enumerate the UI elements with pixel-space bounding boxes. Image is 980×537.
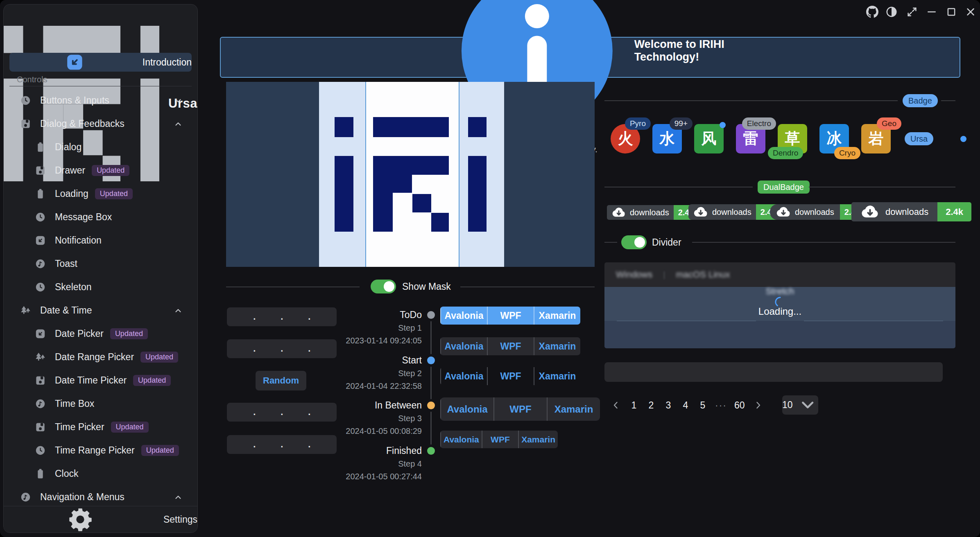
button-group-large: AvaloniaWPFXamarin [440, 397, 600, 421]
page-number-button[interactable]: 60 [733, 397, 747, 413]
group-button[interactable]: WPF [482, 431, 518, 448]
ip-dot: . [281, 407, 283, 417]
dual-badge: downloads 2.4k [607, 205, 699, 220]
timeline-step-time: 2024-01-04 22:32:58 [287, 380, 422, 392]
sidebar-item[interactable]: Drawer Updated [9, 159, 192, 182]
timeline-step: In Between Step 3 2024-01-05 00:08:29 [287, 399, 422, 437]
github-button[interactable] [864, 3, 881, 20]
group-button[interactable]: Avalonia [440, 431, 482, 448]
group-button[interactable]: Xamarin [547, 397, 600, 421]
sidebar-item[interactable]: Loading Updated [9, 182, 192, 205]
badge-tile: 雷 Electro [736, 124, 765, 153]
toggle-knob [634, 237, 645, 248]
logo-pixel [393, 175, 412, 193]
divider-line [809, 187, 955, 187]
divider-line [604, 100, 898, 101]
chevron-left-icon [611, 398, 621, 412]
next-page-button[interactable] [751, 398, 765, 413]
sidebar-item[interactable]: Date Range Picker Updated [9, 345, 192, 369]
dual-badge-label: downloads [885, 207, 928, 217]
sidebar-item-label: Notification [55, 235, 102, 246]
group-button[interactable]: Xamarin [534, 337, 580, 355]
sidebar-item[interactable]: Date Picker Updated [9, 322, 192, 345]
sidebar-item-label: Skeleton [55, 282, 92, 293]
updated-badge: Updated [133, 375, 171, 386]
sidebar-item[interactable]: Clock [9, 462, 192, 485]
timeline-step-index: Step 4 [287, 458, 422, 470]
logo-pixel [373, 117, 449, 137]
page-number-button[interactable]: 3 [662, 397, 675, 413]
group-button[interactable]: WPF [487, 367, 534, 385]
empty-text-input[interactable] [604, 362, 943, 382]
sidebar-item[interactable]: Date & Time [9, 299, 192, 322]
arrow-square-icon [35, 235, 46, 246]
button-group-dark: AvaloniaWPFXamarin [440, 337, 580, 355]
content-divider [804, 320, 943, 321]
prev-page-button[interactable] [609, 398, 623, 413]
page-number-button[interactable]: 4 [679, 397, 692, 413]
settings-label: Settings [163, 514, 197, 525]
badge-tiles: 火 Pyro 水 99+ [611, 124, 891, 153]
sidebar-item-label: Loading [55, 188, 88, 199]
group-button[interactable]: WPF [487, 307, 534, 325]
tab-windows[interactable]: Windows [613, 269, 655, 280]
sidebar: Ursa Introduction Controls Buttons & Inp… [3, 4, 198, 533]
maximize-button[interactable] [943, 3, 960, 20]
fullscreen-button[interactable] [903, 3, 921, 20]
page-size-select[interactable]: 10 [782, 395, 818, 415]
sidebar-item[interactable]: Dialog & Feedbacks [9, 112, 192, 135]
timeline-step-name: Finished [287, 444, 422, 457]
sidebar-item[interactable]: Skeleton [9, 275, 192, 299]
group-button[interactable]: Xamarin [518, 431, 558, 448]
badge-tile: 火 Pyro [611, 124, 640, 153]
sidebar-item[interactable]: Navigation & Menus [9, 485, 192, 507]
group-button[interactable]: WPF [487, 337, 534, 355]
sidebar-item[interactable]: Toast [9, 252, 192, 275]
sidebar-item-label: Dialog [55, 142, 81, 153]
sidebar-item-settings[interactable]: Settings [4, 506, 197, 532]
trees-icon [35, 352, 46, 363]
maximize-icon [945, 4, 957, 20]
close-button[interactable] [962, 3, 979, 20]
timeline-connector [430, 319, 432, 448]
logo-pixel [373, 175, 393, 232]
group-button[interactable]: Avalonia [440, 367, 487, 385]
note-icon [35, 258, 46, 269]
dual-badge: downloads 2.4k [688, 204, 781, 220]
show-mask-toggle[interactable] [371, 280, 396, 293]
tab-macos-linux[interactable]: macOS Linux [673, 269, 732, 280]
theme-icon [885, 4, 898, 20]
app-window: Ursa Introduction Controls Buttons & Inp… [0, 0, 980, 537]
sidebar-item[interactable]: Buttons & Inputs [9, 89, 192, 112]
group-button[interactable]: Avalonia [440, 397, 493, 421]
welcome-banner: Welcome to IRIHI Technology! Aesthetic r… [220, 37, 960, 78]
updated-badge: Updated [110, 328, 148, 339]
sidebar-item[interactable]: Notification [9, 229, 192, 252]
minimize-button[interactable] [923, 3, 940, 20]
sidebar-item[interactable]: Time Range Picker Updated [9, 439, 192, 462]
sidebar-item[interactable]: Dialog [9, 135, 192, 159]
element-char: 风 [702, 129, 717, 149]
dual-badge-label: downloads [795, 208, 834, 217]
sidebar-item-introduction[interactable]: Introduction [9, 53, 192, 72]
divider-line [692, 242, 955, 243]
timeline-step-name: In Between [287, 399, 422, 411]
sidebar-item[interactable]: Time Picker Updated [9, 415, 192, 439]
divider-toggle[interactable] [621, 235, 647, 249]
group-button[interactable]: Avalonia [440, 337, 487, 355]
sidebar-item[interactable]: Date Time Picker Updated [9, 369, 192, 392]
sidebar-item[interactable]: Time Box [9, 392, 192, 415]
timeline-step-time: 2024-01-05 00:08:29 [287, 425, 422, 437]
page-number-button[interactable]: 2 [645, 397, 658, 413]
page-number-button[interactable]: ··· [713, 397, 729, 413]
badge-tile: 草 Dendro [778, 124, 807, 153]
page-number-button[interactable]: 5 [696, 397, 709, 413]
group-button[interactable]: Xamarin [534, 367, 580, 385]
element-char: 火 [618, 129, 633, 149]
sidebar-item[interactable]: Message Box [9, 205, 192, 229]
page-number-button[interactable]: 1 [627, 397, 641, 413]
group-button[interactable]: WPF [493, 397, 547, 421]
theme-toggle-button[interactable] [883, 3, 900, 20]
group-button[interactable]: Avalonia [440, 307, 487, 325]
group-button[interactable]: Xamarin [534, 307, 580, 325]
